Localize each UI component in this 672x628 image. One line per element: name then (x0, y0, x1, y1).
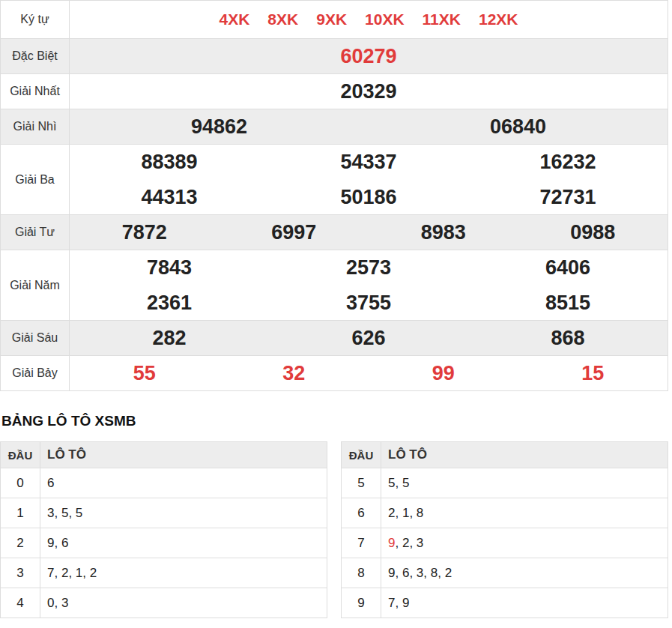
prize-number: 282 (70, 321, 269, 356)
prize-line: 784325736406 (70, 250, 668, 286)
loto-header-loto: LÔ TÔ (381, 442, 668, 468)
loto-row: 62, 1, 8 (342, 498, 668, 528)
prize-row: Giải Bảy55329915 (1, 355, 668, 390)
loto-value: 5 (402, 476, 409, 491)
prize-values: 4XK8XK9XK10XK11XK12XK (70, 1, 668, 38)
loto-value: 6 (47, 476, 54, 491)
loto-values-cell: 9, 2, 3 (381, 528, 668, 558)
loto-row: 13, 5, 5 (1, 498, 327, 528)
prize-number: 15 (518, 356, 668, 391)
prize-number: 72731 (468, 180, 668, 215)
prize-label: Giải Nhì (1, 109, 70, 144)
loto-dau-cell: 3 (1, 558, 40, 588)
draw-code: 8XK (267, 1, 298, 38)
loto-values-cell: 7, 9 (381, 588, 668, 618)
loto-values-cell: 0, 3 (40, 588, 327, 618)
prize-values: 9486206840 (70, 109, 668, 144)
prize-number: 7872 (70, 215, 220, 250)
loto-values-cell: 6 (40, 468, 327, 498)
loto-values-cell: 9, 6, 3, 8, 2 (381, 558, 668, 588)
prize-number: 16232 (468, 145, 668, 180)
loto-dau-cell: 4 (1, 588, 40, 618)
loto-value: 8 (431, 566, 438, 581)
prize-label: Giải Ba (1, 145, 70, 214)
prize-row: Ký tự4XK8XK9XK10XK11XK12XK (1, 1, 668, 38)
loto-value: 1 (402, 506, 409, 521)
loto-dau-cell: 5 (342, 468, 381, 498)
prize-number: 50186 (269, 180, 468, 215)
loto-dau-cell: 2 (1, 528, 40, 558)
prize-line: 282626868 (70, 321, 668, 356)
loto-heading: BẢNG LÔ TÔ XSMB (1, 413, 672, 429)
prize-number: 55 (70, 356, 220, 391)
loto-values-cell: 2, 1, 8 (381, 498, 668, 528)
draw-code: 10XK (365, 1, 405, 38)
prize-number: 2573 (269, 250, 468, 286)
loto-value: 2 (402, 536, 409, 551)
prize-number: 3755 (269, 286, 468, 321)
prize-number: 32 (220, 356, 369, 391)
prize-line: 7872699789830988 (70, 215, 668, 250)
loto-value: 9 (47, 536, 54, 551)
prize-row: Giải Ba883895433716232443135018672731 (1, 144, 668, 214)
draw-code: 11XK (423, 1, 461, 38)
lottery-results-table: Ký tự4XK8XK9XK10XK11XK12XKĐặc Biệt60279G… (0, 0, 668, 391)
prize-number: 60279 (70, 39, 668, 74)
prize-number: 0988 (518, 215, 668, 250)
prize-values: 60279 (70, 39, 668, 73)
prize-number: 8983 (369, 215, 518, 250)
prize-number: 626 (269, 321, 468, 356)
prize-number: 2361 (70, 286, 269, 321)
loto-dau-cell: 0 (1, 468, 40, 498)
prize-line: 443135018672731 (70, 180, 668, 215)
prize-number: 6406 (468, 250, 668, 286)
loto-value: 3 (47, 506, 54, 521)
loto-value: 3 (61, 596, 68, 611)
loto-dau-cell: 6 (342, 498, 381, 528)
prize-label: Giải Bảy (1, 356, 70, 390)
loto-value: 5 (388, 476, 395, 491)
loto-values-cell: 3, 5, 5 (40, 498, 327, 528)
loto-dau-cell: 8 (342, 558, 381, 588)
loto-row: 29, 6 (1, 528, 327, 558)
prize-row: Giải Nhất20329 (1, 73, 668, 109)
loto-header-loto: LÔ TÔ (40, 442, 327, 468)
loto-values-cell: 9, 6 (40, 528, 327, 558)
prize-line: 60279 (70, 39, 668, 74)
draw-code: 12XK (479, 1, 518, 38)
prize-row: Đặc Biệt60279 (1, 38, 668, 73)
prize-values: 784325736406236137558515 (70, 250, 668, 320)
prize-number: 8515 (468, 286, 668, 321)
prize-row: Giải Năm784325736406236137558515 (1, 250, 668, 320)
prize-values: 7872699789830988 (70, 215, 668, 250)
prize-number: 7843 (70, 250, 269, 286)
prize-values: 282626868 (70, 321, 668, 355)
loto-row: 79, 2, 3 (342, 528, 668, 558)
draw-code: 9XK (316, 1, 347, 38)
prize-label: Ký tự (1, 1, 70, 38)
loto-header-row: ĐẦULÔ TÔ (342, 442, 668, 468)
loto-value: 9 (388, 536, 395, 551)
loto-table-right: ĐẦULÔ TÔ55, 562, 1, 879, 2, 389, 6, 3, 8… (341, 441, 668, 618)
loto-value: 2 (388, 506, 395, 521)
loto-value: 6 (61, 536, 68, 551)
draw-code: 4XK (219, 1, 249, 38)
prize-row: Giải Tư7872699789830988 (1, 214, 668, 250)
loto-value: 0 (47, 596, 54, 611)
loto-value: 5 (61, 506, 68, 521)
loto-value: 3 (417, 566, 423, 581)
prize-number: 6997 (220, 215, 369, 250)
loto-dau-cell: 1 (1, 498, 40, 528)
prize-label: Giải Sáu (1, 321, 70, 355)
loto-values-cell: 7, 2, 1, 2 (40, 558, 327, 588)
prize-values: 55329915 (70, 356, 668, 390)
loto-value: 3 (417, 536, 423, 551)
loto-value: 2 (61, 566, 68, 581)
prize-line: 236137558515 (70, 286, 668, 321)
loto-row: 37, 2, 1, 2 (1, 558, 327, 588)
prize-line: 20329 (70, 74, 668, 109)
loto-value: 9 (402, 596, 409, 611)
prize-number: 54337 (269, 145, 468, 180)
loto-header-row: ĐẦULÔ TÔ (1, 442, 327, 468)
prize-values: 20329 (70, 74, 668, 109)
